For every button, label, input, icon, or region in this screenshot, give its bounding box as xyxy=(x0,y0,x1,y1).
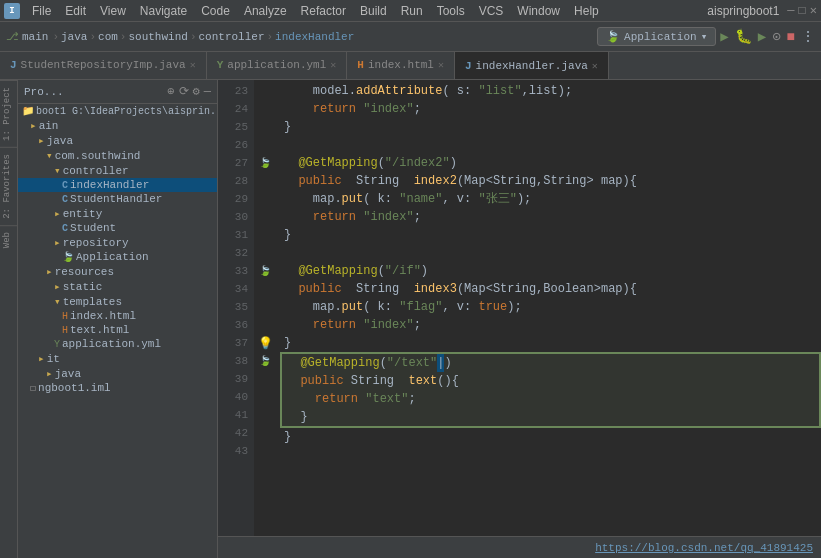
menu-vcs[interactable]: VCS xyxy=(473,2,510,20)
tab-close-icon[interactable]: ✕ xyxy=(330,59,336,71)
branch-indicator[interactable]: ⎇ main xyxy=(6,30,48,43)
branch-icon: ⎇ xyxy=(6,30,19,43)
sidebar-collapse-icon[interactable]: ─ xyxy=(204,85,211,99)
menu-analyze[interactable]: Analyze xyxy=(238,2,293,20)
tree-item-index-html[interactable]: H index.html xyxy=(18,309,217,323)
tree-label-index-html: index.html xyxy=(70,310,136,322)
sidebar-settings-icon[interactable]: ⚙ xyxy=(193,84,200,99)
folder-java2-icon: ▸ xyxy=(46,367,53,380)
tree-label-static: static xyxy=(63,281,103,293)
sidebar-sync-icon[interactable]: ⟳ xyxy=(179,84,189,99)
web-panel-tab[interactable]: Web xyxy=(0,225,17,254)
tree-item-entity[interactable]: ▸ entity xyxy=(18,206,217,221)
tab-close-icon[interactable]: ✕ xyxy=(190,59,196,71)
close-button[interactable]: ✕ xyxy=(810,3,817,18)
tree-item-controller[interactable]: ▾ controller xyxy=(18,163,217,178)
menu-tools[interactable]: Tools xyxy=(431,2,471,20)
sidebar-add-icon[interactable]: ⊕ xyxy=(167,84,174,99)
tree-label-it: it xyxy=(47,353,60,365)
tree-item-it[interactable]: ▸ it xyxy=(18,351,217,366)
tree-label-repository: repository xyxy=(63,237,129,249)
debug-button[interactable]: 🐛 xyxy=(735,28,752,45)
menu-refactor[interactable]: Refactor xyxy=(295,2,352,20)
menu-view[interactable]: View xyxy=(94,2,132,20)
menu-run[interactable]: Run xyxy=(395,2,429,20)
breadcrumb-controller[interactable]: controller xyxy=(198,31,264,43)
run-config[interactable]: 🍃 Application ▾ xyxy=(597,27,716,46)
folder-templates-icon: ▾ xyxy=(54,295,61,308)
tree-item-studenthandler[interactable]: C StudentHandler xyxy=(18,192,217,206)
stop-button[interactable]: ■ xyxy=(787,29,795,45)
tab-index-html[interactable]: H index.html ✕ xyxy=(347,52,455,79)
folder-icon: ▸ xyxy=(30,119,37,132)
status-url[interactable]: https://blog.csdn.net/qq_41891425 xyxy=(595,542,813,554)
code-line-36: return "index"; xyxy=(284,316,821,334)
breadcrumb-indexhandler[interactable]: indexHandler xyxy=(275,31,354,43)
yml-icon: Y xyxy=(217,59,224,71)
vertical-labels: 1: Project 2: Favorites Web xyxy=(0,80,18,558)
tabs-bar: J StudentRepositoryImp.java ✕ Y applicat… xyxy=(0,52,821,80)
run-config-dropdown-icon: ▾ xyxy=(701,30,708,43)
breadcrumb-com[interactable]: com xyxy=(98,31,118,43)
profile-button[interactable]: ⊙ xyxy=(772,28,780,45)
project-panel-tab[interactable]: 1: Project xyxy=(0,80,17,147)
code-line-23: model.addAttribute( s: "list",list); xyxy=(284,82,821,100)
project-sidebar: Pro... ⊕ ⟳ ⚙ ─ 📁 boot1 G:\IdeaProjects\a… xyxy=(18,80,218,558)
folder-static-icon: ▸ xyxy=(54,280,61,293)
spring-gutter-icon-38: 🍃 xyxy=(259,355,271,367)
menu-navigate[interactable]: Navigate xyxy=(134,2,193,20)
menu-window[interactable]: Window xyxy=(511,2,566,20)
code-editor[interactable]: 23 24 25 26 27 28 29 30 31 32 33 34 35 3… xyxy=(218,80,821,558)
tree-item-resources[interactable]: ▸ resources xyxy=(18,264,217,279)
tree-item-ain[interactable]: ▸ ain xyxy=(18,118,217,133)
tree-item-static[interactable]: ▸ static xyxy=(18,279,217,294)
coverage-button[interactable]: ▶ xyxy=(758,28,766,45)
tree-item-repository[interactable]: ▸ repository xyxy=(18,235,217,250)
tab-application-yml[interactable]: Y application.yml ✕ xyxy=(207,52,348,79)
tree-label-resources: resources xyxy=(55,266,114,278)
toolbar: ⎇ main › java › com › southwind › contro… xyxy=(0,22,821,52)
tree-item-project-root[interactable]: 📁 boot1 G:\IdeaProjects\aisprin... xyxy=(18,104,217,118)
tree-item-package[interactable]: ▾ com.southwind xyxy=(18,148,217,163)
spring-icon: 🍃 xyxy=(62,251,74,263)
code-content[interactable]: model.addAttribute( s: "list",list); ret… xyxy=(276,80,821,536)
tree-label-controller: controller xyxy=(63,165,129,177)
tree-item-application[interactable]: 🍃 Application xyxy=(18,250,217,264)
favorites-panel-tab[interactable]: 2: Favorites xyxy=(0,147,17,225)
menu-build[interactable]: Build xyxy=(354,2,393,20)
branch-name: main xyxy=(22,31,48,43)
code-line-31: } xyxy=(284,226,821,244)
code-line-26 xyxy=(284,136,821,154)
tab-close-icon[interactable]: ✕ xyxy=(438,59,444,71)
breadcrumb-southwind[interactable]: southwind xyxy=(128,31,187,43)
tree-item-iml[interactable]: ◻ ngboot1.iml xyxy=(18,381,217,395)
spring-run-icon: 🍃 xyxy=(606,30,620,43)
minimize-button[interactable]: ─ xyxy=(787,4,794,18)
code-line-30: return "index"; xyxy=(284,208,821,226)
run-button[interactable]: ▶ xyxy=(720,28,728,45)
breadcrumb-java[interactable]: java xyxy=(61,31,87,43)
tab-studentrepository[interactable]: J StudentRepositoryImp.java ✕ xyxy=(0,52,207,79)
tree-item-yml[interactable]: Y application.yml xyxy=(18,337,217,351)
tree-item-java[interactable]: ▸ java xyxy=(18,133,217,148)
menu-help[interactable]: Help xyxy=(568,2,605,20)
tree-item-templates[interactable]: ▾ templates xyxy=(18,294,217,309)
code-line-37: } xyxy=(284,334,821,352)
tree-item-text-html[interactable]: H text.html xyxy=(18,323,217,337)
tab-close-icon[interactable]: ✕ xyxy=(592,60,598,72)
tab-indexhandler-java[interactable]: J indexHandler.java ✕ xyxy=(455,52,609,79)
code-area[interactable]: 23 24 25 26 27 28 29 30 31 32 33 34 35 3… xyxy=(218,80,821,536)
code-line-34: public String index3(Map<String,Boolean>… xyxy=(284,280,821,298)
bulb-icon[interactable]: 💡 xyxy=(258,336,273,351)
tree-item-indexhandler[interactable]: C indexHandler xyxy=(18,178,217,192)
maximize-button[interactable]: □ xyxy=(799,4,806,18)
menu-edit[interactable]: Edit xyxy=(59,2,92,20)
tree-item-java2[interactable]: ▸ java xyxy=(18,366,217,381)
menu-file[interactable]: File xyxy=(26,2,57,20)
menu-code[interactable]: Code xyxy=(195,2,236,20)
app-icon: I xyxy=(4,3,20,19)
more-button[interactable]: ⋮ xyxy=(801,28,815,45)
java-icon: J xyxy=(10,59,17,71)
tree-item-student[interactable]: C Student xyxy=(18,221,217,235)
sidebar-tree: 📁 boot1 G:\IdeaProjects\aisprin... ▸ ain… xyxy=(18,104,217,558)
